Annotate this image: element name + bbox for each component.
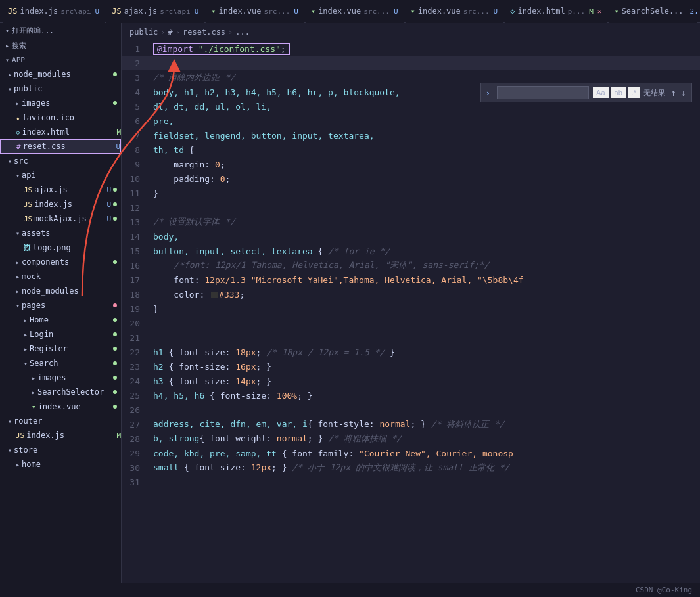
- breadcrumb-sep3: ›: [228, 28, 233, 37]
- open-files-header[interactable]: ▾ 打开的编...: [0, 23, 121, 38]
- status-dot: [113, 376, 117, 380]
- punct-token: :: [225, 347, 236, 357]
- tree-item-components[interactable]: ▸components: [0, 255, 121, 269]
- tree-item-api[interactable]: ▾api: [0, 168, 121, 183]
- tree-item-mock[interactable]: ▸mock: [0, 269, 121, 284]
- tab-tab4[interactable]: ▾index.vue src...U: [306, 0, 404, 23]
- punct-token: {: [210, 391, 220, 401]
- tree-item-ajax.js[interactable]: JSajax.jsU: [0, 183, 121, 197]
- find-regex-btn[interactable]: .*: [628, 87, 640, 98]
- dir-chevron-icon: ▾: [8, 447, 12, 454]
- app-header[interactable]: ▾ APP: [0, 53, 121, 67]
- tree-item-images[interactable]: ▸images: [0, 370, 121, 385]
- tree-item-router[interactable]: ▾router: [0, 414, 121, 428]
- tree-item-mockAjax.js[interactable]: JSmockAjax.jsU: [0, 211, 121, 226]
- code-line: 26: [122, 403, 700, 417]
- code-content[interactable]: 1@import "./iconfont.css";23/* 清除内外边距 */…: [122, 41, 700, 583]
- property-token: font-size: [220, 391, 266, 401]
- tree-item-logo.png[interactable]: 🖼logo.png: [0, 240, 121, 255]
- line-content: [148, 56, 700, 70]
- punct-token: {: [184, 462, 195, 472]
- tab-tab5[interactable]: ▾index.vue src...U: [406, 0, 504, 23]
- file-badge: U: [106, 186, 111, 194]
- tree-item-index.js[interactable]: JSindex.jsM: [0, 428, 121, 443]
- punct-token: {: [199, 433, 210, 443]
- tab-tab7[interactable]: ▾SearchSele... 2, U: [609, 0, 697, 23]
- tree-item-node_modules[interactable]: ▸node_modules: [0, 284, 121, 298]
- tree-item-home[interactable]: ▸home: [0, 457, 121, 472]
- chevron-down-icon2: ▾: [5, 56, 9, 64]
- tree-item-index.vue[interactable]: ▾index.vue: [0, 399, 121, 414]
- tree-item-favicon.ico[interactable]: ★favicon.ico: [0, 110, 121, 125]
- punct-token: :: [204, 160, 215, 169]
- tab-badge: U: [95, 7, 100, 16]
- comment-token: /*font: 12px/1 Tahoma, Helvetica, Arial,…: [153, 260, 489, 270]
- img-file-icon: 🖼: [24, 244, 31, 252]
- comment-token: /* for ie */: [328, 246, 390, 256]
- line-content: [148, 200, 700, 215]
- tree-item-name: pages: [22, 301, 111, 310]
- tree-item-node_modules[interactable]: ▸node_modules: [0, 67, 121, 81]
- search-header[interactable]: ▸ 搜索: [0, 38, 121, 53]
- tree-item-reset.css[interactable]: #reset.cssU: [0, 139, 121, 154]
- tab-name: index.html: [517, 7, 565, 16]
- line-number: 12: [122, 200, 148, 215]
- tree-item-Home[interactable]: ▸Home: [0, 313, 121, 327]
- tree-item-Login[interactable]: ▸Login: [0, 327, 121, 342]
- find-prev-btn[interactable]: ↑: [669, 87, 677, 98]
- tree-item-store[interactable]: ▾store: [0, 443, 121, 457]
- tree-item-name: node_modules: [14, 70, 111, 79]
- tree-item-images[interactable]: ▸images: [0, 96, 121, 110]
- line-content: margin: 0;: [148, 157, 700, 171]
- file-badge: M: [116, 431, 121, 440]
- tab-badge: M: [589, 7, 594, 16]
- find-case-btn[interactable]: Aa: [593, 87, 608, 98]
- status-dot: [113, 217, 117, 221]
- tree-item-name: node_modules: [22, 286, 121, 296]
- dir-chevron-icon: ▸: [16, 288, 20, 295]
- tree-item-index.html[interactable]: ◇index.htmlM: [0, 125, 121, 139]
- find-word-btn[interactable]: ab: [611, 87, 626, 98]
- tree-item-assets[interactable]: ▾assets: [0, 226, 121, 240]
- tree-item-src[interactable]: ▾src: [0, 154, 121, 168]
- tab-tab1[interactable]: JSindex.js src\apiU: [3, 0, 105, 23]
- tree-item-public[interactable]: ▾public: [0, 81, 121, 96]
- comment-token: /* 将斜体扶正 */: [431, 419, 505, 429]
- property-token: font-style: [317, 419, 369, 429]
- tree-item-index.js[interactable]: JSindex.jsU: [0, 197, 121, 211]
- tree-item-pages[interactable]: ▾pages: [0, 298, 121, 313]
- tab-close-icon[interactable]: ✕: [597, 7, 602, 16]
- punct-token: ; }: [256, 376, 271, 386]
- status-bar: CSDN @Co-King: [0, 583, 700, 597]
- comment-token: /* 清除内外边距 */: [153, 72, 235, 82]
- code-line: 7fieldset, lengend, button, input, texta…: [122, 128, 700, 143]
- punct-token: {: [168, 362, 179, 372]
- punct-token: :: [348, 449, 359, 458]
- line-number: 1: [122, 41, 148, 56]
- tree-item-Register[interactable]: ▸Register: [0, 342, 121, 356]
- find-next-btn[interactable]: ↓: [680, 87, 688, 98]
- tree-item-SearchSelector[interactable]: ▸SearchSelector: [0, 385, 121, 399]
- value-token: 16px: [235, 362, 256, 372]
- find-bar: › Aa ab .* 无结果 ↑ ↓: [480, 83, 692, 102]
- punct-token: ; }: [271, 462, 292, 472]
- punct-token: :: [266, 391, 277, 401]
- editor-area: public › # › reset.css › ... › Aa ab .* …: [122, 23, 700, 583]
- status-dot: [113, 303, 117, 307]
- status-dot: [113, 361, 117, 365]
- line-content: th, td {: [148, 143, 700, 157]
- status-credit: CSDN @Co-King: [636, 586, 692, 594]
- value-token: normal: [277, 433, 308, 443]
- tab-tab2[interactable]: JSajax.js src\apiU: [106, 0, 204, 23]
- tab-list: JSindex.js src\apiUJSajax.js src\apiU▾in…: [3, 0, 697, 23]
- find-input[interactable]: [497, 86, 589, 99]
- tree-item-Search[interactable]: ▾Search: [0, 356, 121, 370]
- tab-tab3[interactable]: ▾index.vue src...U: [206, 0, 304, 23]
- chevron-down-icon: ▾: [5, 27, 9, 34]
- selector-token: code, kbd, pre, samp, tt: [153, 449, 282, 458]
- line-content: body,: [148, 229, 700, 244]
- value-token: 18px: [235, 347, 256, 357]
- line-content: color: #333;: [148, 287, 700, 301]
- tab-tab6[interactable]: ◇index.html p...M✕: [505, 0, 607, 23]
- value-token: "Courier New", Courier, monosp: [359, 449, 513, 458]
